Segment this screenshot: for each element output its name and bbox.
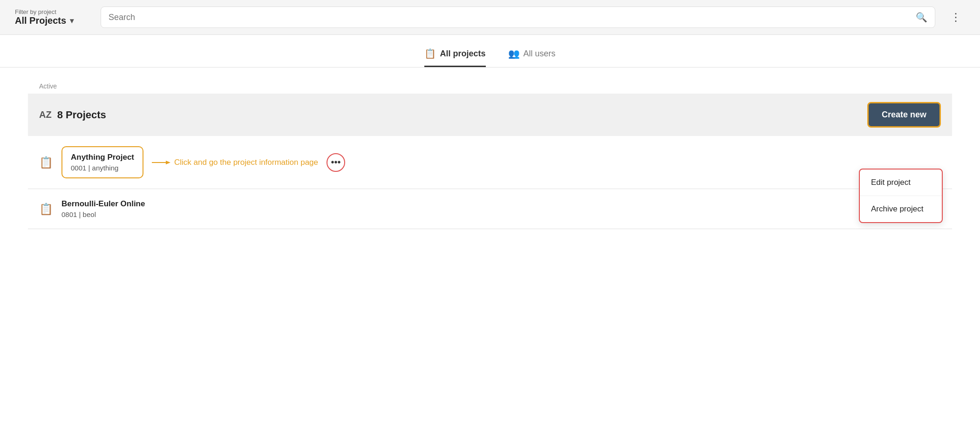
section-left: AZ 8 Projects [39, 109, 106, 121]
tab-all-projects-label: All projects [440, 49, 485, 59]
archive-project-item[interactable]: Archive project [860, 196, 942, 222]
table-row: 📋 Anything Project 0001 | anything Click… [28, 136, 952, 189]
click-hint-text: Click and go the project information pag… [174, 158, 318, 167]
tab-all-projects[interactable]: 📋 All projects [424, 48, 485, 67]
more-options-button[interactable]: ••• [327, 153, 345, 172]
filter-label: Filter by project [15, 8, 89, 15]
main-content: Active AZ 8 Projects Create new 📋 Anythi… [0, 82, 980, 229]
more-options-icon[interactable]: ⋮ [946, 9, 965, 26]
project-click-hint-area: Click and go the project information pag… [152, 158, 318, 167]
active-label: Active [28, 82, 952, 90]
filter-by-project-dropdown[interactable]: Filter by project All Projects ▾ [15, 8, 89, 26]
search-icon: 🔍 [916, 12, 927, 23]
az-sort-icon[interactable]: AZ [39, 109, 52, 120]
projects-count: 8 Projects [57, 109, 106, 121]
project-icon: 📋 [39, 156, 53, 169]
search-bar[interactable]: 🔍 [101, 7, 935, 28]
projects-tab-icon: 📋 [424, 48, 436, 59]
project-icon: 📋 [39, 203, 53, 216]
arrow-icon [152, 159, 170, 166]
header: Filter by project All Projects ▾ 🔍 ⋮ [0, 0, 980, 35]
filter-value-text: All Projects [15, 15, 66, 26]
create-new-button[interactable]: Create new [867, 102, 941, 128]
users-tab-icon: 👥 [508, 48, 520, 59]
chevron-down-icon: ▾ [70, 16, 74, 25]
edit-project-item[interactable]: Edit project [860, 170, 942, 196]
project-name-box[interactable]: Anything Project 0001 | anything [61, 146, 143, 178]
svg-marker-1 [166, 161, 170, 164]
tab-all-users-label: All users [524, 49, 556, 59]
project-code: 0801 | beol [61, 210, 941, 218]
tab-all-users[interactable]: 👥 All users [508, 48, 556, 67]
section-header: AZ 8 Projects Create new [28, 94, 952, 136]
table-row: 📋 Bernoulli-Euler Online 0801 | beol [28, 189, 952, 229]
project-list: 📋 Anything Project 0001 | anything Click… [28, 136, 952, 229]
project-dropdown-menu: Edit project Archive project [859, 169, 943, 223]
project-name: Bernoulli-Euler Online [61, 199, 941, 209]
project-info: Bernoulli-Euler Online 0801 | beol [61, 199, 941, 218]
project-name: Anything Project [71, 153, 134, 162]
tabs-bar: 📋 All projects 👥 All users [0, 35, 980, 68]
search-input[interactable] [109, 13, 911, 22]
project-code: 0001 | anything [71, 164, 134, 172]
